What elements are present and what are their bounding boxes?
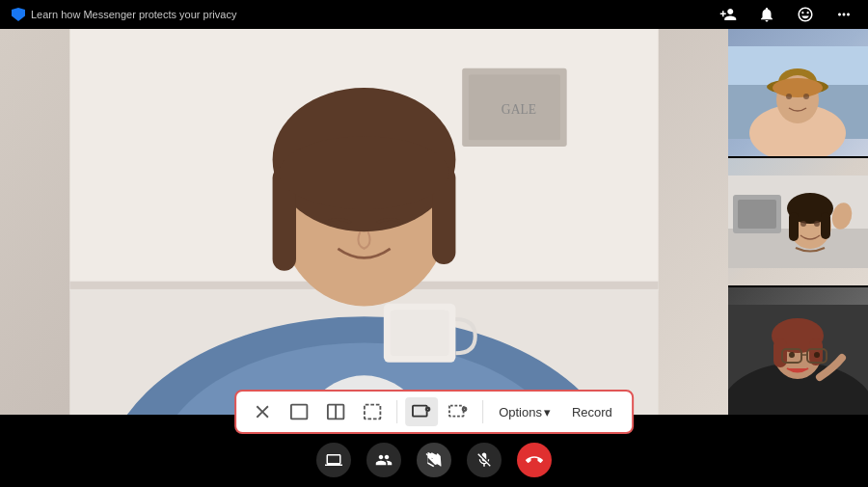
camera-button[interactable] — [417, 443, 451, 477]
bottom-controls — [316, 443, 552, 477]
toolbar-separator-2 — [482, 400, 483, 423]
more-button[interactable] — [831, 2, 856, 27]
svg-rect-55 — [365, 405, 381, 419]
svg-point-25 — [773, 78, 823, 97]
add-person-icon — [719, 6, 737, 23]
camera-off-icon — [425, 451, 443, 469]
svg-point-38 — [800, 221, 806, 227]
screen-camera-button[interactable] — [405, 397, 438, 426]
svg-rect-16 — [391, 311, 449, 356]
bell-icon — [758, 6, 775, 23]
bell-button[interactable] — [754, 2, 779, 27]
split-layout-button[interactable] — [319, 397, 352, 426]
main-video: GALE — [0, 29, 728, 415]
svg-rect-56 — [413, 406, 427, 417]
split-layout-icon — [325, 401, 346, 422]
fullscreen-button[interactable] — [283, 397, 315, 426]
svg-rect-46 — [809, 338, 823, 365]
svg-text:GALE: GALE — [502, 102, 536, 117]
screen-share-button[interactable] — [316, 443, 351, 477]
svg-point-39 — [814, 221, 820, 227]
fullscreen-icon — [288, 401, 310, 422]
participant-1-svg — [728, 29, 868, 156]
side-video-2 — [728, 158, 868, 285]
options-button[interactable]: Options ▾ — [491, 401, 558, 423]
toolbar-container: Options ▾ Record — [234, 390, 634, 434]
main-video-content: GALE — [0, 29, 728, 415]
svg-rect-52 — [291, 405, 308, 419]
privacy-text[interactable]: Learn how Messenger protects your privac… — [31, 9, 236, 20]
side-videos — [728, 29, 868, 415]
end-call-icon — [526, 451, 543, 469]
toolbar: Options ▾ Record — [234, 390, 634, 434]
svg-point-50 — [789, 352, 795, 358]
emoji-icon — [797, 6, 814, 23]
mute-icon — [475, 451, 493, 469]
record-button[interactable]: Record — [562, 401, 622, 423]
screen-record-button[interactable] — [442, 397, 475, 426]
svg-rect-36 — [821, 212, 830, 239]
svg-point-51 — [814, 352, 820, 358]
participant-3-svg — [728, 287, 868, 415]
grid-layout-button[interactable] — [356, 397, 389, 426]
main-participant-svg: GALE — [0, 29, 728, 415]
svg-point-61 — [463, 408, 466, 411]
participants-icon — [375, 451, 393, 469]
svg-rect-32 — [738, 200, 776, 229]
screen-record-icon — [448, 401, 469, 422]
mute-button[interactable] — [467, 443, 502, 477]
emoji-button[interactable] — [793, 2, 818, 27]
top-bar-left: Learn how Messenger protects your privac… — [12, 8, 236, 21]
more-icon — [835, 6, 853, 23]
top-bar: Learn how Messenger protects your privac… — [0, 0, 868, 29]
svg-point-26 — [786, 94, 792, 99]
screen-share-icon — [325, 451, 342, 469]
svg-point-14 — [279, 136, 448, 209]
svg-point-27 — [803, 94, 809, 99]
messenger-shield-icon — [12, 8, 25, 21]
top-bar-right — [716, 2, 856, 27]
video-grid: GALE — [0, 29, 868, 415]
close-icon — [252, 401, 273, 422]
options-chevron: ▾ — [544, 405, 551, 419]
participant-2-svg — [728, 158, 868, 285]
end-call-button[interactable] — [517, 443, 552, 477]
participants-button[interactable] — [366, 443, 401, 477]
options-label: Options — [499, 405, 542, 419]
side-video-3 — [728, 287, 868, 415]
add-person-button[interactable] — [716, 2, 741, 27]
record-label: Record — [572, 405, 612, 419]
toolbar-separator — [396, 400, 397, 423]
svg-point-58 — [426, 408, 429, 411]
side-video-1 — [728, 29, 868, 156]
close-button[interactable] — [246, 397, 279, 426]
svg-rect-59 — [449, 406, 464, 417]
svg-rect-35 — [789, 212, 799, 241]
screen-camera-icon — [411, 401, 432, 422]
grid-layout-icon — [362, 401, 383, 422]
